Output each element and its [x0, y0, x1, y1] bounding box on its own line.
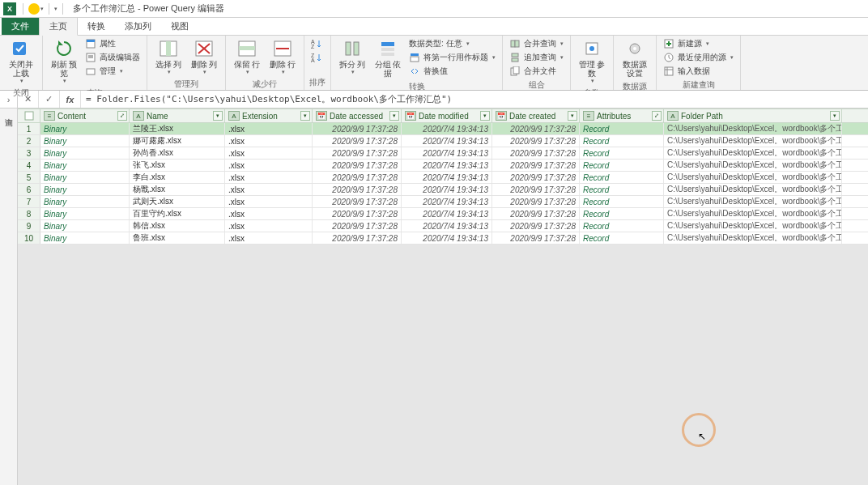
cell-extension[interactable]: .xlsx [225, 196, 313, 207]
cell-content[interactable]: Binary [40, 123, 130, 134]
cell-date-modified[interactable]: 2020/7/4 19:34:13 [402, 135, 492, 147]
cell-attributes[interactable]: Record [580, 123, 664, 134]
cell-extension[interactable]: .xlsx [225, 208, 313, 219]
cell-extension[interactable]: .xlsx [225, 172, 313, 183]
qat-autosave[interactable]: ▾ [28, 3, 44, 15]
cell-date-modified[interactable]: 2020/7/4 19:34:13 [402, 147, 492, 159]
col-folder-path[interactable]: AFolder Path▾ [664, 109, 842, 122]
cell-extension[interactable]: .xlsx [225, 184, 313, 195]
cell-date-created[interactable]: 2020/9/9 17:37:28 [492, 208, 580, 219]
tab-file[interactable]: 文件 [2, 18, 39, 35]
col-date-accessed[interactable]: 📅Date accessed▾ [313, 109, 402, 122]
cell-extension[interactable]: .xlsx [225, 160, 313, 171]
cell-folder-path[interactable]: C:\Users\yahui\Desktop\Excel。wordbook\多个… [664, 135, 842, 147]
cell-attributes[interactable]: Record [580, 196, 664, 207]
table-row[interactable]: 5Binary李白.xlsx.xlsx2020/9/9 17:37:282020… [18, 172, 868, 184]
cell-date-accessed[interactable]: 2020/9/9 17:37:28 [313, 123, 402, 134]
cell-date-created[interactable]: 2020/9/9 17:37:28 [492, 123, 580, 134]
cell-date-created[interactable]: 2020/9/9 17:37:28 [492, 172, 580, 183]
col-attributes[interactable]: ≡Attributes⤢ [580, 109, 664, 122]
table-row[interactable]: 6Binary杨戬.xlsx.xlsx2020/9/9 17:37:282020… [18, 184, 868, 196]
first-row-header-button[interactable]: 将第一行用作标题▾ [407, 51, 497, 64]
select-columns-button[interactable]: 选择 列▾ [152, 37, 185, 77]
cell-folder-path[interactable]: C:\Users\yahui\Desktop\Excel。wordbook\多个… [664, 208, 842, 219]
table-row[interactable]: 4Binary张飞.xlsx.xlsx2020/9/9 17:37:282020… [18, 160, 868, 172]
append-queries-button[interactable]: 追加查询▾ [508, 51, 565, 64]
select-all-button[interactable] [18, 109, 40, 122]
cell-date-accessed[interactable]: 2020/9/9 17:37:28 [313, 147, 402, 159]
close-and-load-button[interactable]: 关闭并 上载 ▾ [5, 37, 37, 86]
filter-icon[interactable]: ▾ [480, 111, 490, 121]
cell-date-modified[interactable]: 2020/7/4 19:34:13 [402, 232, 492, 244]
cell-date-accessed[interactable]: 2020/9/9 17:37:28 [313, 220, 402, 232]
cell-date-modified[interactable]: 2020/7/4 19:34:13 [402, 208, 492, 219]
cell-folder-path[interactable]: C:\Users\yahui\Desktop\Excel。wordbook\多个… [664, 172, 842, 183]
expand-icon[interactable]: ⤢ [117, 111, 127, 121]
manage-button[interactable]: 管理▾ [83, 65, 142, 78]
cell-name[interactable]: 张飞.xlsx [130, 160, 225, 171]
merge-files-button[interactable]: 合并文件 [508, 65, 565, 78]
expand-nav-button[interactable]: › [0, 91, 18, 108]
filter-icon[interactable]: ▾ [389, 111, 399, 121]
manage-params-button[interactable]: 管理 参数▾ [576, 37, 608, 86]
cell-folder-path[interactable]: C:\Users\yahui\Desktop\Excel。wordbook\多个… [664, 232, 842, 244]
tab-add-column[interactable]: 添加列 [115, 18, 161, 35]
table-row[interactable]: 1Binary兰陵王.xlsx.xlsx2020/9/9 17:37:28202… [18, 123, 868, 135]
cell-content[interactable]: Binary [40, 196, 130, 207]
col-extension[interactable]: AExtension▾ [225, 109, 313, 122]
keep-rows-button[interactable]: 保留 行▾ [231, 37, 263, 77]
cell-content[interactable]: Binary [40, 208, 130, 219]
cell-content[interactable]: Binary [40, 147, 130, 159]
cell-name[interactable]: 杨戬.xlsx [130, 184, 225, 195]
cell-date-modified[interactable]: 2020/7/4 19:34:13 [402, 196, 492, 207]
filter-icon[interactable]: ▾ [300, 111, 310, 121]
cell-attributes[interactable]: Record [580, 232, 664, 244]
cell-date-created[interactable]: 2020/9/9 17:37:28 [492, 160, 580, 171]
tab-home[interactable]: 主页 [39, 17, 78, 36]
merge-queries-button[interactable]: 合并查询▾ [508, 37, 565, 50]
cell-date-modified[interactable]: 2020/7/4 19:34:13 [402, 123, 492, 134]
remove-rows-button[interactable]: 删除 行▾ [266, 37, 299, 77]
tab-transform[interactable]: 转换 [78, 18, 115, 35]
cell-date-accessed[interactable]: 2020/9/9 17:37:28 [313, 135, 402, 147]
cell-date-accessed[interactable]: 2020/9/9 17:37:28 [313, 208, 402, 219]
cell-date-accessed[interactable]: 2020/9/9 17:37:28 [313, 196, 402, 207]
cell-attributes[interactable]: Record [580, 135, 664, 147]
cell-attributes[interactable]: Record [580, 184, 664, 195]
col-date-created[interactable]: 📅Date created▾ [492, 109, 580, 122]
properties-button[interactable]: 属性 [83, 37, 142, 50]
cell-name[interactable]: 李白.xlsx [130, 172, 225, 183]
filter-icon[interactable]: ▾ [213, 111, 223, 121]
cell-extension[interactable]: .xlsx [225, 135, 313, 147]
cell-extension[interactable]: .xlsx [225, 147, 313, 159]
cell-content[interactable]: Binary [40, 172, 130, 183]
cell-name[interactable]: 韩信.xlsx [130, 220, 225, 232]
data-type-button[interactable]: 数据类型: 任意▾ [407, 37, 497, 50]
cell-date-created[interactable]: 2020/9/9 17:37:28 [492, 184, 580, 195]
datasource-settings-button[interactable]: 数据源 设置 [619, 37, 651, 79]
remove-columns-button[interactable]: 删除 列▾ [188, 37, 220, 77]
cell-date-accessed[interactable]: 2020/9/9 17:37:28 [313, 160, 402, 171]
replace-values-button[interactable]: 替换值 [407, 65, 497, 78]
table-row[interactable]: 2Binary娜可露露.xlsx.xlsx2020/9/9 17:37:2820… [18, 135, 868, 147]
cell-folder-path[interactable]: C:\Users\yahui\Desktop\Excel。wordbook\多个… [664, 123, 842, 134]
cell-date-created[interactable]: 2020/9/9 17:37:28 [492, 196, 580, 207]
cell-name[interactable]: 鲁班.xlsx [130, 232, 225, 244]
expand-icon[interactable]: ⤢ [652, 111, 662, 121]
cell-content[interactable]: Binary [40, 184, 130, 195]
cancel-formula-button[interactable]: ✕ [18, 91, 39, 108]
refresh-preview-button[interactable]: 刷新 预览 ▾ [48, 37, 80, 86]
qat-customize[interactable]: ▾ [54, 6, 57, 12]
cell-folder-path[interactable]: C:\Users\yahui\Desktop\Excel。wordbook\多个… [664, 147, 842, 159]
recent-sources-button[interactable]: 最近使用的源▾ [662, 51, 735, 64]
cell-name[interactable]: 百里守约.xlsx [130, 208, 225, 219]
cell-folder-path[interactable]: C:\Users\yahui\Desktop\Excel。wordbook\多个… [664, 196, 842, 207]
cell-date-modified[interactable]: 2020/7/4 19:34:13 [402, 160, 492, 171]
cell-content[interactable]: Binary [40, 160, 130, 171]
cell-attributes[interactable]: Record [580, 160, 664, 171]
group-by-button[interactable]: 分组 依据 [372, 37, 404, 79]
tab-view[interactable]: 视图 [161, 18, 198, 35]
cell-date-created[interactable]: 2020/9/9 17:37:28 [492, 232, 580, 244]
cell-date-modified[interactable]: 2020/7/4 19:34:13 [402, 220, 492, 232]
col-name[interactable]: AName▾ [130, 109, 225, 122]
